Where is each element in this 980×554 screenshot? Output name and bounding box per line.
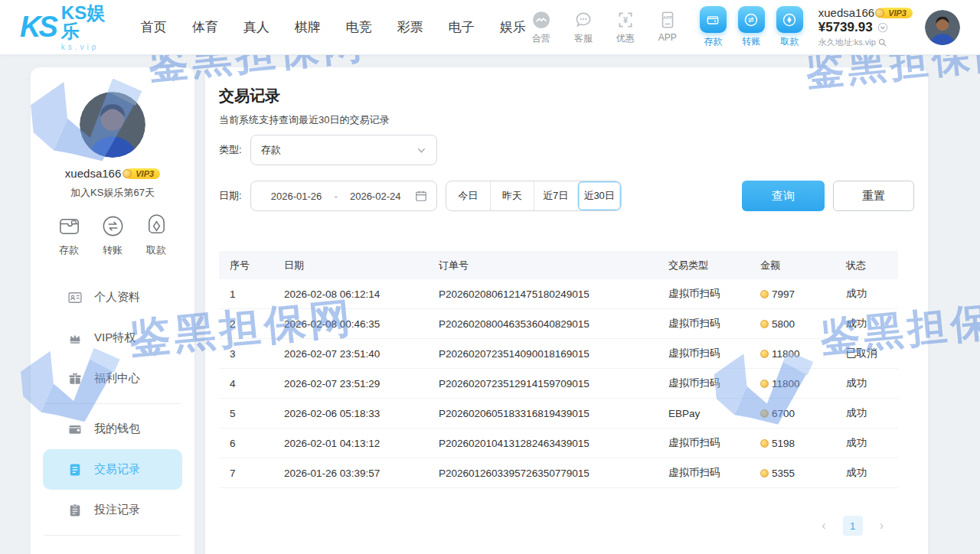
vip-level: VIP3 (136, 169, 154, 178)
nav-item-home[interactable]: 首页 (141, 18, 167, 36)
sidebar-item-bets[interactable]: 投注记录 (31, 490, 194, 530)
range-7days-button[interactable]: 近7日 (534, 181, 577, 210)
search-button[interactable]: 查询 (742, 181, 825, 211)
main-content: 交易记录 当前系统支持查询最近30日的交易记录 类型: 存款 日期: 2026-… (205, 67, 928, 554)
quick-range-group: 今日 昨天 近7日 近30日 (446, 181, 622, 211)
nav-item-lottery[interactable]: 彩票 (397, 18, 423, 36)
sidebar-item-more[interactable] (31, 540, 194, 554)
cell-status: 成功 (846, 317, 898, 331)
withdraw-button[interactable]: 取款 (144, 213, 169, 257)
table-row: 2 2026-02-08 00:46:35 P20260208004635360… (219, 309, 898, 339)
promo-icon: ¥ (616, 10, 635, 30)
vip-badge: VIP3 (878, 8, 913, 18)
page-title: 交易记录 (219, 86, 914, 106)
nav-item-slots[interactable]: 电子 (449, 18, 475, 36)
nav-item-live[interactable]: 真人 (243, 18, 270, 36)
cell-amount: 6700 (772, 408, 795, 419)
cell-type: 虚拟币扫码 (668, 376, 760, 390)
cell-index: 6 (230, 438, 284, 449)
avatar[interactable] (925, 10, 960, 45)
col-index: 序号 (230, 259, 284, 272)
menu-label: 投注记录 (94, 503, 140, 517)
cell-status: 成功 (846, 406, 898, 420)
menu-label: 福利中心 (94, 371, 140, 386)
sidebar-item-profile[interactable]: 个人资料 (31, 277, 194, 318)
action-label: 取款 (780, 35, 799, 48)
sidebar-item-transactions[interactable]: 交易记录 (43, 449, 182, 490)
promo-button[interactable]: ¥ 优惠 (610, 10, 641, 45)
username: xuedsa166 (818, 6, 874, 19)
coin-icon (760, 439, 769, 448)
coin-icon (760, 320, 769, 328)
cell-index: 4 (230, 378, 284, 389)
cell-amount: 11800 (772, 348, 800, 360)
vip-level: VIP3 (888, 8, 906, 18)
deposit-button[interactable]: 存款 (57, 213, 82, 257)
pagination: ‹ 1 › (219, 516, 914, 536)
reset-button[interactable]: 重置 (833, 181, 914, 211)
nav-item-esports[interactable]: 电竞 (346, 18, 372, 36)
app-header: KS KS娱乐 ks.vip 首页 体育 真人 棋牌 电竞 彩票 电子 娱乐 合… (0, 0, 980, 55)
calendar-icon (415, 190, 427, 202)
cell-order: P2026012603395726350779015 (439, 468, 668, 479)
deposit-icon (57, 213, 82, 239)
range-30days-button[interactable]: 近30日 (577, 181, 621, 210)
table-header: 序号 日期 订单号 交易类型 金额 状态 (219, 251, 898, 279)
chevron-down-icon (416, 145, 426, 155)
search-icon[interactable] (878, 38, 887, 47)
nav-item-casino[interactable]: 娱乐 (500, 18, 526, 36)
table-row: 6 2026-02-01 04:13:12 P20260201041312824… (219, 429, 898, 458)
handshake-icon (531, 10, 551, 30)
action-label: 存款 (59, 243, 79, 257)
deposit-button[interactable]: 存款 (700, 6, 727, 48)
refresh-balance-icon[interactable] (877, 22, 888, 33)
username: xuedsa166 (65, 167, 121, 180)
cell-index: 3 (230, 348, 284, 360)
date-filter-row: 日期: 2026-01-26 - 2026-02-24 今日 昨天 近7日 近3… (219, 181, 914, 211)
cell-order: P2026020104131282463439015 (439, 438, 668, 449)
range-today-button[interactable]: 今日 (446, 181, 490, 210)
sidebar-item-wallet[interactable]: 我的钱包 (31, 409, 194, 449)
brand-logo[interactable]: KS KS娱乐 ks.vip (20, 4, 115, 51)
transfer-button[interactable]: 转账 (738, 6, 765, 48)
support-button[interactable]: 客服 (568, 10, 599, 45)
sidebar-item-vip[interactable]: VIP特权 (31, 318, 194, 358)
nav-item-cards[interactable]: 棋牌 (295, 18, 321, 36)
withdraw-icon (776, 6, 803, 33)
sidebar-item-welfare[interactable]: 福利中心 (31, 358, 194, 399)
current-page[interactable]: 1 (843, 516, 863, 536)
prev-page-button[interactable]: ‹ (822, 520, 825, 532)
cell-index: 7 (230, 468, 284, 479)
gray-actions: 合营 客服 ¥ 优惠 APP APP (526, 10, 683, 45)
cell-amount: 11800 (772, 378, 800, 389)
app-download-button[interactable]: APP APP (652, 10, 683, 45)
col-order: 订单号 (439, 259, 668, 272)
transfer-button[interactable]: 转账 (100, 213, 126, 257)
cell-type: 虚拟币扫码 (668, 317, 760, 331)
transactions-table: 序号 日期 订单号 交易类型 金额 状态 1 2026-02-08 06:12:… (219, 251, 898, 488)
joined-days: 加入KS娱乐第67天 (31, 186, 194, 200)
table-row: 3 2026-02-07 23:51:40 P20260207235140900… (219, 339, 898, 369)
next-page-button[interactable]: › (880, 520, 884, 532)
withdraw-button[interactable]: 取款 (776, 6, 803, 48)
cell-order: P2026020723514090018169015 (439, 348, 668, 360)
action-label: 转账 (103, 243, 122, 257)
cell-amount: 5355 (772, 468, 795, 479)
balance-amount: ¥5739.93 (818, 20, 873, 35)
avatar[interactable] (80, 92, 145, 158)
range-yesterday-button[interactable]: 昨天 (490, 181, 534, 210)
partner-button[interactable]: 合营 (526, 10, 557, 45)
app-icon: APP (658, 10, 678, 30)
cell-order: P2026020605183316819439015 (439, 408, 668, 419)
cell-index: 5 (230, 408, 284, 419)
action-label: APP (658, 32, 677, 43)
col-type: 交易类型 (668, 259, 760, 272)
sidebar: xuedsa166 VIP3 加入KS娱乐第67天 存款 转账 取款 个人资料 … (31, 67, 194, 554)
cell-amount: 7997 (772, 288, 795, 300)
svg-text:APP: APP (663, 15, 672, 19)
type-select[interactable]: 存款 (250, 135, 437, 165)
page-subtitle: 当前系统支持查询最近30日的交易记录 (219, 113, 914, 127)
date-range-input[interactable]: 2026-01-26 - 2026-02-24 (250, 181, 437, 211)
nav-item-sports[interactable]: 体育 (192, 18, 218, 36)
date-separator: - (332, 191, 338, 202)
